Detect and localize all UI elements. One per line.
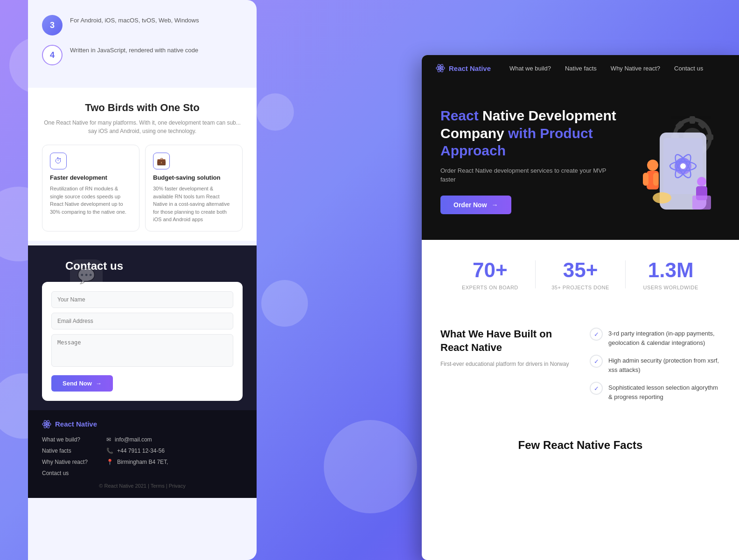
budget-text: 30% faster development & available RN to… — [153, 185, 235, 224]
footer-phone: 📞 +44 7911 12-34-56 — [106, 448, 168, 454]
footer-link-2[interactable]: Native facts — [42, 448, 88, 454]
two-birds-section: Two Birds with One Sto One React Native … — [28, 88, 257, 241]
stat-users-label: USERS WORLDWIDE — [626, 285, 716, 290]
stat-users: 1.3M USERS WORLDWIDE — [626, 259, 716, 290]
name-input[interactable] — [51, 291, 233, 308]
footer-nav: What we build? Native facts Why Native r… — [42, 436, 88, 476]
built-feature-3: ✓ Sophisticated lesson selection algoryt… — [590, 382, 720, 401]
stat-projects: 35+ 35+ PROJECTS DONE — [536, 259, 626, 290]
feature-card-faster: ⏱ Faster development Reutilization of RN… — [42, 145, 139, 231]
phone-icon: 📞 — [106, 448, 113, 454]
check-icon-2: ✓ — [590, 355, 603, 368]
faster-icon: ⏱ — [50, 153, 67, 169]
step-4-text: Written in JavaScript, rendered with nat… — [70, 44, 198, 55]
svg-point-29 — [697, 177, 706, 186]
svg-rect-10 — [690, 116, 695, 124]
footer-links: What we build? Native facts Why Native r… — [42, 436, 243, 476]
svg-rect-31 — [692, 196, 711, 210]
step-3: 3 For Android, iOS, macOS, tvOS, Web, Wi… — [42, 14, 243, 35]
hero-image — [627, 109, 720, 212]
email-icon: ✉ — [106, 436, 111, 443]
footer-contact: ✉ info@mail.com 📞 +44 7911 12-34-56 📍 Bi… — [106, 436, 168, 476]
footer-email: ✉ info@mail.com — [106, 436, 168, 443]
check-icon-1: ✓ — [590, 328, 603, 341]
built-section: What We Have Built on React Native First… — [422, 309, 739, 420]
deco-bubble-4 — [261, 280, 308, 327]
stat-experts-number: 70+ — [445, 259, 535, 282]
built-feature-3-text: Sophisticated lesson selection algorythm… — [608, 382, 720, 401]
deco-bubble-8 — [324, 420, 417, 513]
stat-experts: 70+ EXPERTS ON BOARD — [445, 259, 535, 290]
built-right: ✓ 3-rd party integration (in-app payment… — [590, 328, 720, 401]
hero-subtitle: Order React Native development services … — [440, 166, 618, 184]
built-feature-1: ✓ 3-rd party integration (in-app payment… — [590, 328, 720, 347]
hero-section: React Native Development Company with Pr… — [422, 81, 739, 240]
faster-title: Faster development — [50, 174, 132, 181]
stats-section: 70+ EXPERTS ON BOARD 35+ 35+ PROJECTS DO… — [422, 240, 739, 309]
nav-link-contact[interactable]: Contact us — [674, 65, 703, 72]
hero-content: React Native Development Company with Pr… — [440, 107, 618, 214]
navbar-logo-icon — [436, 63, 445, 73]
navbar: React Native What we build? Native facts… — [422, 55, 739, 81]
built-title: What We Have Built on React Native — [440, 328, 571, 354]
right-panel: React Native What we build? Native facts… — [422, 55, 739, 560]
step-4: 4 Written in JavaScript, rendered with n… — [42, 44, 243, 65]
budget-icon: 💼 — [153, 153, 170, 169]
steps-section: 3 For Android, iOS, macOS, tvOS, Web, Wi… — [28, 0, 257, 83]
step-3-text: For Android, iOS, macOS, tvOS, Web, Wind… — [70, 14, 199, 25]
svg-rect-27 — [643, 173, 648, 186]
hero-illustration — [627, 109, 720, 212]
built-feature-2-text: High admin security (protection from xsr… — [608, 355, 720, 374]
built-feature-2: ✓ High admin security (protection from x… — [590, 355, 720, 374]
step-4-circle: 4 — [42, 45, 63, 65]
faster-text: Reutilization of RN modules & single sou… — [50, 185, 132, 216]
message-input[interactable] — [51, 334, 233, 367]
left-footer: React Native What we build? Native facts… — [28, 410, 257, 498]
order-now-button[interactable]: Order Now → — [440, 196, 511, 214]
stat-experts-label: EXPERTS ON BOARD — [445, 285, 535, 290]
stat-projects-label: 35+ PROJECTS DONE — [536, 285, 626, 290]
two-birds-subtitle: One React Native for many platforms. Wit… — [42, 119, 243, 135]
navbar-logo: React Native — [436, 63, 491, 73]
svg-point-25 — [647, 160, 658, 171]
check-icon-3: ✓ — [590, 382, 603, 395]
footer-logo: React Native — [42, 420, 243, 429]
svg-point-0 — [46, 423, 48, 425]
feature-cards: ⏱ Faster development Reutilization of RN… — [42, 145, 243, 231]
nav-link-build[interactable]: What we build? — [509, 65, 551, 72]
svg-rect-13 — [706, 134, 713, 140]
footer-link-4[interactable]: Contact us — [42, 470, 88, 476]
built-left: What We Have Built on React Native First… — [440, 328, 571, 401]
stat-projects-number: 35+ — [536, 259, 626, 282]
hero-title: React Native Development Company with Pr… — [440, 107, 618, 160]
step-3-circle: 3 — [42, 15, 63, 35]
deco-bubble-2 — [257, 93, 294, 131]
svg-point-24 — [680, 163, 686, 169]
send-button[interactable]: Send Now → — [51, 375, 113, 392]
left-panel: 3 For Android, iOS, macOS, tvOS, Web, Wi… — [28, 0, 257, 560]
chat-icon: 💬 — [70, 259, 103, 292]
contact-section: 💬 Contact us Send Now → — [28, 245, 257, 410]
location-icon: 📍 — [106, 459, 113, 465]
email-input[interactable] — [51, 313, 233, 329]
contact-form-card: Send Now → — [42, 282, 243, 401]
budget-title: Budget-saving solution — [153, 174, 235, 181]
svg-rect-28 — [653, 173, 659, 186]
svg-point-4 — [439, 67, 442, 70]
footer-logo-icon — [42, 420, 51, 429]
footer-address: 📍 Birmingham B4 7ET, — [106, 459, 168, 465]
svg-point-32 — [653, 192, 671, 203]
feature-card-budget: 💼 Budget-saving solution 30% faster deve… — [145, 145, 243, 231]
footer-copyright: © React Native 2021 | Terms | Privacy — [42, 483, 243, 489]
nav-link-why[interactable]: Why Native react? — [611, 65, 660, 72]
built-feature-1-text: 3-rd party integration (in-app payments,… — [608, 328, 720, 347]
two-birds-title: Two Birds with One Sto — [42, 102, 243, 114]
built-subtitle: First-ever educational platform for driv… — [440, 360, 571, 368]
facts-title: Few React Native Facts — [440, 439, 720, 452]
stat-users-number: 1.3M — [626, 259, 716, 282]
footer-link-1[interactable]: What we build? — [42, 436, 88, 443]
footer-link-3[interactable]: Why Native react? — [42, 459, 88, 465]
facts-section: Few React Native Facts — [422, 420, 739, 461]
nav-link-facts[interactable]: Native facts — [565, 65, 597, 72]
